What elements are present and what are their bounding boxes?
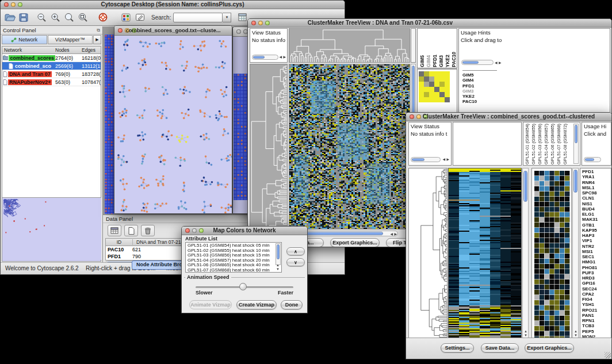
tab-network[interactable]: Network xyxy=(2,35,47,44)
folder-icon xyxy=(3,55,8,60)
animation-speed-slider-thumb[interactable] xyxy=(239,283,247,290)
attribute-list-scrollbar[interactable] xyxy=(276,243,281,265)
row-dendrogram-canvas[interactable] xyxy=(409,168,447,338)
attribute-items[interactable]: GPL51-01 (GSM854) heat shock 05 minGPL51… xyxy=(188,243,270,273)
correlation-matrix-canvas[interactable] xyxy=(419,71,450,102)
zoom-out-icon[interactable] xyxy=(35,11,49,24)
scrollbar-thumb[interactable] xyxy=(277,244,280,259)
scroll-right-icon[interactable]: ▶ xyxy=(446,158,449,161)
delete-attribute-trash-icon[interactable] xyxy=(141,225,155,236)
network-overview-panel[interactable] xyxy=(2,197,101,262)
heatmap-canvas[interactable] xyxy=(449,168,521,338)
scroll-right-icon[interactable]: ▶ xyxy=(283,55,286,59)
network-clusters-canvas[interactable] xyxy=(114,36,232,214)
scroll-left-icon[interactable]: ◀ xyxy=(279,55,282,59)
treeview2-titlebar[interactable]: ClusterMaker TreeView : combined_scores_… xyxy=(406,113,611,121)
resize-grip[interactable] xyxy=(605,352,611,358)
network-overview-canvas[interactable] xyxy=(2,198,101,260)
gene-label-list[interactable]: PFD1YRA1RNR4MSL1SPC98CLN1NIS1BUD4ELG1MAK… xyxy=(582,169,598,339)
scroll-down-icon[interactable]: ▼ xyxy=(524,334,527,337)
zoomview-heatmap-canvas[interactable] xyxy=(534,171,570,338)
export-graphics-button[interactable]: Export Graphics... xyxy=(330,238,380,247)
main-window-titlebar[interactable]: Cytoscape Desktop (Session Name: collins… xyxy=(1,1,345,9)
treeview2-column-dendrogram-area[interactable] xyxy=(453,122,522,166)
tab-overflow-arrow[interactable]: ▶ xyxy=(93,35,101,44)
attribute-listbox[interactable]: GPL51-01 (GSM854) heat shock 05 minGPL51… xyxy=(185,242,282,273)
scrollbar-thumb[interactable] xyxy=(412,158,424,161)
zoom-fit-icon[interactable] xyxy=(63,11,76,24)
col-network[interactable]: Network xyxy=(2,47,55,53)
treeview1-heatmap[interactable] xyxy=(289,64,410,229)
treeview2-heatmap[interactable] xyxy=(448,168,522,339)
row-dendrogram-canvas[interactable] xyxy=(250,64,287,246)
select-attributes-icon[interactable] xyxy=(108,225,121,236)
col-id[interactable]: ID xyxy=(106,239,133,245)
save-data-button[interactable]: Save Data... xyxy=(481,343,519,352)
dialog-titlebar[interactable]: Map Colors to Network xyxy=(182,227,307,235)
float-panel-icon[interactable]: ⧉ xyxy=(97,28,100,33)
export-graphics-button[interactable]: Export Graphics... xyxy=(525,343,574,352)
tab-vizmapper[interactable]: VizMapper™ xyxy=(48,35,93,44)
scrollbar-thumb[interactable] xyxy=(575,125,577,143)
close-button[interactable] xyxy=(251,21,256,25)
usage-hints-scrollbar[interactable] xyxy=(584,157,601,162)
open-file-icon[interactable] xyxy=(3,11,17,24)
close-button[interactable] xyxy=(236,29,241,34)
column-dendrogram-canvas[interactable] xyxy=(289,29,410,62)
treeview2-row-dendrogram[interactable] xyxy=(408,168,447,339)
network-table-header[interactable]: Network Nodes Edges xyxy=(2,47,101,54)
network-row-combined-scores[interactable]: combined_scores 2764(0) 16218(0) xyxy=(2,54,101,62)
network-row-rnapuber[interactable]: RNAPuberNov2+ 563(0) 107847(0) xyxy=(2,78,101,86)
column-labels-scrollbar[interactable] xyxy=(573,124,579,164)
search-input[interactable] xyxy=(173,13,223,22)
treeview2-zoomview[interactable] xyxy=(531,168,572,339)
scrollbar-thumb[interactable] xyxy=(573,170,577,193)
settings-button[interactable]: Settings... xyxy=(441,343,474,352)
scrollbar-thumb[interactable] xyxy=(462,61,479,64)
scrollbar-thumb[interactable] xyxy=(523,171,527,202)
scroll-up-icon[interactable]: ▲ xyxy=(524,329,527,333)
network-row-dna-tran[interactable]: DNA and Tran 07 769(0) 183728(0) xyxy=(2,70,101,78)
scroll-down-icon[interactable]: ▼ xyxy=(574,334,577,337)
treeview1-titlebar[interactable]: ClusterMaker TreeView : DNA and Tran 07-… xyxy=(248,19,611,28)
col-edges[interactable]: Edges xyxy=(82,47,101,53)
treeview2-vscrollbar[interactable]: ▲ ▼ xyxy=(522,168,529,339)
scroll-down-icon[interactable]: ▼ xyxy=(276,267,280,271)
annotation-icon[interactable] xyxy=(133,11,147,24)
treeview2-button-bar: Settings... Save Data... Export Graphics… xyxy=(406,338,611,359)
network-view-1[interactable] xyxy=(114,36,232,213)
scrollbar-thumb[interactable] xyxy=(253,56,265,59)
network-row-combined-sco-selected[interactable]: combined_sco 2569(6) 13112(15) xyxy=(2,62,101,70)
scroll-left-icon[interactable]: ◀ xyxy=(442,158,445,161)
scroll-up-icon[interactable]: ▲ xyxy=(276,263,280,267)
vizmapper-icon[interactable] xyxy=(119,11,133,24)
heatmap-canvas[interactable] xyxy=(289,64,410,229)
view-status-scrollbar[interactable] xyxy=(411,157,441,162)
treeview1-row-dendrogram[interactable] xyxy=(250,64,288,247)
help-lifesaver-icon[interactable] xyxy=(96,11,110,24)
create-vizmap-button[interactable]: Create Vizmap xyxy=(236,300,277,309)
animate-vizmap-button[interactable]: Animate Vizmap xyxy=(189,300,232,309)
scroll-left-icon[interactable]: ◀ xyxy=(390,232,393,236)
new-attribute-icon[interactable] xyxy=(124,225,138,236)
scroll-right-icon[interactable]: ▶ xyxy=(394,232,397,236)
zoom-in-icon[interactable] xyxy=(49,11,63,24)
move-down-button[interactable]: ∨ xyxy=(286,258,305,266)
search-combo-arrow[interactable]: ▼ xyxy=(223,13,231,22)
dense-grid-network-strip[interactable] xyxy=(105,35,114,214)
done-button[interactable]: Done xyxy=(281,300,303,309)
usage-hints-scrollbar[interactable] xyxy=(461,60,494,65)
scrollbar-thumb[interactable] xyxy=(412,66,415,116)
network-window-1-titlebar[interactable]: combined_scores_good.txt--cluste... xyxy=(114,26,232,36)
move-up-button[interactable]: ∧ xyxy=(286,247,305,255)
gene-list-scrollbar[interactable]: ▲ ▼ xyxy=(572,168,579,339)
scroll-left-icon[interactable]: ◀ xyxy=(495,61,498,64)
zoom-selected-icon[interactable] xyxy=(76,11,90,24)
col-nodes[interactable]: Nodes xyxy=(55,47,82,53)
save-icon[interactable] xyxy=(17,11,30,24)
view-status-scrollbar[interactable] xyxy=(252,55,278,60)
scroll-up-icon[interactable]: ▲ xyxy=(574,329,577,333)
scrollbar-thumb[interactable] xyxy=(585,158,594,161)
treeview1-column-dendrogram[interactable] xyxy=(289,28,410,63)
scroll-right-icon[interactable]: ▶ xyxy=(499,61,502,64)
